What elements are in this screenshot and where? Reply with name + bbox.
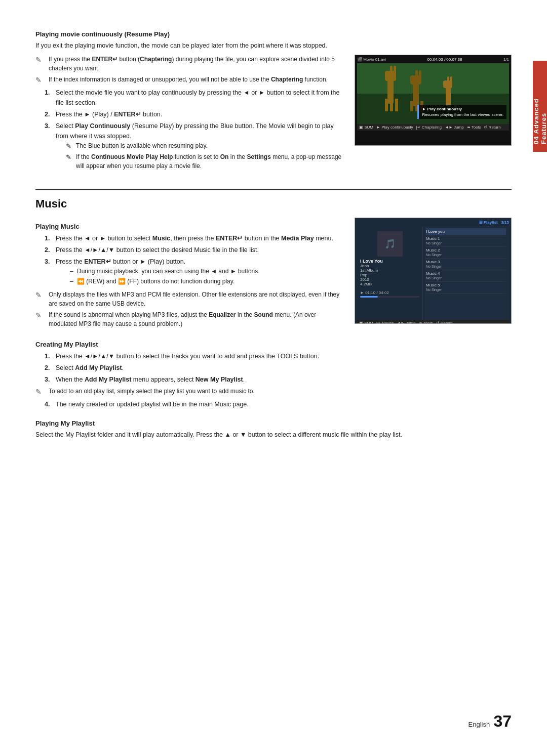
music-screenshot: ⊞ Playlist 3/15 🎵 I Love You Jhon 1st Al… xyxy=(355,218,512,324)
resume-section-title: Playing movie continuously (Resume Play) xyxy=(35,30,512,38)
creating-playlist-title: Creating My Playlist xyxy=(35,341,512,348)
music-list-item-2: Music 1No Singer xyxy=(426,235,506,247)
playlist-note-1: ✎ To add to an old play list, simply sel… xyxy=(35,387,512,397)
song-title: I Love You xyxy=(360,259,419,264)
resume-note-1-text: If you press the ENTER↵ button (Chapteri… xyxy=(49,55,344,73)
resume-note-2-text: If the index information is damaged or u… xyxy=(49,75,344,84)
resume-step-3: 3. Select Play Continuously (Resume Play… xyxy=(45,121,344,173)
playlist-note-1-text: To add to an old play list, simply selec… xyxy=(49,387,512,396)
movie-content: ► Play continuously Resumes playing from… xyxy=(357,63,509,124)
resume-step-2: 2. Press the ► (Play) / ENTER↵ button. xyxy=(45,109,344,119)
playing-playlist-section: Playing My Playlist Select the My Playli… xyxy=(35,419,512,440)
playlist-step-2: 2. Select Add My Playlist. xyxy=(45,363,512,373)
resume-two-col: ✎ If you press the ENTER↵ button (Chapte… xyxy=(35,55,512,175)
svg-rect-11 xyxy=(415,70,418,77)
movie-toolbar: ▣ SUM ► Play continuously [↵ Chaptering … xyxy=(357,124,509,131)
resume-col-right: 🎬 Movie 01.avi 00:04:03 / 00:07:38 1/1 xyxy=(355,55,512,175)
side-tab: 04 Advanced Features xyxy=(533,61,547,152)
music-list-item-1: I Love you xyxy=(426,228,506,235)
music-thumbnail: 🎵 xyxy=(377,231,403,257)
page-container: 04 Advanced Features Playing movie conti… xyxy=(0,0,547,756)
progress-bar-inner xyxy=(360,296,378,298)
resume-step-1: 1. Select the movie file you want to pla… xyxy=(45,88,344,108)
resume-intro: If you exit the playing movie function, … xyxy=(35,41,512,51)
music-list-item-3: Music 2No Singer xyxy=(426,247,506,259)
playlist-step-3: 3. When the Add My Playlist menu appears… xyxy=(45,374,512,385)
music-note-icon-2: ✎ xyxy=(35,310,47,321)
music-info: I Love You Jhon 1st Album Pop 2010 4.2MB xyxy=(360,259,419,286)
svg-rect-12 xyxy=(419,70,421,77)
music-list-item-4: Music 3No Singer xyxy=(426,259,506,270)
resume-note-1: ✎ If you press the ENTER↵ button (Chapte… xyxy=(35,55,344,73)
playlist-header: ⊞ Playlist 3/15 xyxy=(357,220,509,225)
movie-counter: 1/1 xyxy=(503,57,509,62)
svg-rect-13 xyxy=(410,101,413,111)
music-col-left: Playing Music 1. Press the ◄ or ► button… xyxy=(35,218,344,330)
music-note-2-text: If the sound is abnormal when playing MP… xyxy=(49,310,344,328)
playlist-note-icon-1: ✎ xyxy=(35,387,47,397)
english-label: English xyxy=(468,721,490,728)
resume-section: Playing movie continuously (Resume Play)… xyxy=(35,30,512,174)
resume-dialog: ► Play continuously Resumes playing from… xyxy=(417,105,506,119)
music-step-2: 2. Press the ◄/►/▲/▼ button to select th… xyxy=(45,245,344,255)
music-right-panel: I Love you Music 1No Singer Music 2No Si… xyxy=(423,226,509,320)
svg-rect-5 xyxy=(394,66,396,75)
playlist-steps: 1. Press the ◄/►/▲/▼ button to select th… xyxy=(45,351,512,385)
music-progress: ► 01:10 / 04:02 xyxy=(360,290,419,298)
page-footer: English 37 xyxy=(468,712,512,731)
dash-notes: – During music playback, you can search … xyxy=(70,267,260,286)
playlist-step-1: 1. Press the ◄/►/▲/▼ button to select th… xyxy=(45,351,512,361)
music-two-col: Playing Music 1. Press the ◄ or ► button… xyxy=(35,218,512,330)
playing-playlist-text: Select the My Playlist folder and it wil… xyxy=(35,430,512,440)
progress-time: ► 01:10 / 04:02 xyxy=(360,290,419,295)
movie-timecode: 00:04:03 / 00:07:38 xyxy=(427,57,462,62)
movie-screenshot: 🎬 Movie 01.avi 00:04:03 / 00:07:38 1/1 xyxy=(355,55,512,146)
resume-sub-note-2: ✎ If the Continuous Movie Play Help func… xyxy=(66,152,344,171)
music-step-1: 1. Press the ◄ or ► button to select Mus… xyxy=(45,233,344,243)
svg-rect-18 xyxy=(447,76,449,82)
progress-bar-outer xyxy=(360,296,419,298)
album: 1st Album xyxy=(360,268,419,273)
music-section: Music xyxy=(35,189,512,211)
side-tab-label: 04 Advanced Features xyxy=(532,68,547,144)
movie-filename: 🎬 Movie 01.avi xyxy=(357,57,386,62)
music-title: Music xyxy=(35,197,512,211)
music-steps: 1. Press the ◄ or ► button to select Mus… xyxy=(45,233,344,287)
dialog-text: Resumes playing from the last viewed sce… xyxy=(422,112,503,117)
note-icon-2: ✎ xyxy=(35,75,47,86)
music-screenshot-inner: 🎵 I Love You Jhon 1st Album Pop 2010 4.2… xyxy=(357,226,509,320)
dash-note-1: – During music playback, you can search … xyxy=(70,267,260,276)
screenshot-header: 🎬 Movie 01.avi 00:04:03 / 00:07:38 1/1 xyxy=(357,57,509,62)
genre: Pop xyxy=(360,273,419,277)
year: 2010 xyxy=(360,277,419,282)
playing-music-title: Playing Music xyxy=(35,223,344,230)
music-col-right: ⊞ Playlist 3/15 🎵 I Love You Jhon 1st Al… xyxy=(355,218,512,330)
playing-playlist-title: Playing My Playlist xyxy=(35,419,512,427)
music-note-1-text: Only displays the files with MP3 and PCM… xyxy=(49,290,344,308)
music-step-3: 3. Press the ENTER↵ button or ► (Play) b… xyxy=(45,257,344,287)
music-note-1: ✎ Only displays the files with MP3 and P… xyxy=(35,290,344,308)
music-list-item-6: Music 5No Singer xyxy=(426,282,506,293)
dash-note-2: – ⏪ (REW) and ⏩ (FF) buttons do not func… xyxy=(70,277,260,286)
resume-sub-note-1: ✎ The Blue button is available when resu… xyxy=(66,141,344,151)
svg-rect-6 xyxy=(385,99,388,111)
svg-rect-4 xyxy=(390,66,393,75)
resume-note-2: ✎ If the index information is damaged or… xyxy=(35,75,344,86)
size: 4.2MB xyxy=(360,282,419,286)
resume-steps: 1. Select the movie file you want to pla… xyxy=(45,88,344,173)
music-toolbar: ▣ SUM [↵ Pause ◄► Jump ➠ Tools ↺ Return xyxy=(357,320,509,324)
page-number: 37 xyxy=(493,712,512,730)
dialog-title: ► Play continuously xyxy=(422,107,503,111)
creating-playlist-section: Creating My Playlist 1. Press the ◄/►/▲/… xyxy=(35,341,512,409)
svg-rect-8 xyxy=(395,99,398,111)
svg-rect-7 xyxy=(390,99,393,111)
resume-col-left: ✎ If you press the ENTER↵ button (Chapte… xyxy=(35,55,344,175)
svg-rect-19 xyxy=(450,76,452,82)
music-list-item-5: Music 4No Singer xyxy=(426,270,506,282)
music-note-icon-1: ✎ xyxy=(35,290,47,301)
music-left-panel: 🎵 I Love You Jhon 1st Album Pop 2010 4.2… xyxy=(357,226,423,320)
artist: Jhon xyxy=(360,264,419,268)
music-note-2: ✎ If the sound is abnormal when playing … xyxy=(35,310,344,328)
note-icon-1: ✎ xyxy=(35,55,47,65)
playlist-step-4: 4. The newly created or updated playlist… xyxy=(45,399,512,409)
